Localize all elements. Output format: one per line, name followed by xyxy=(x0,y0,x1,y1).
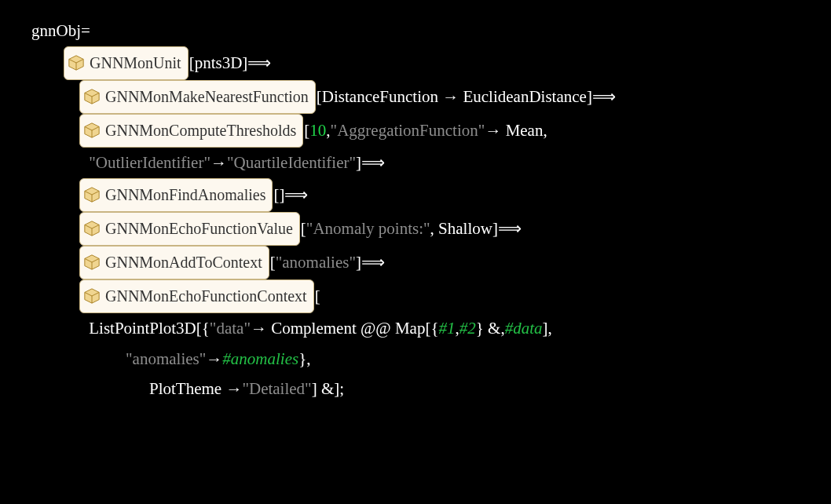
fn-label: GNNMonAddToContext xyxy=(105,248,262,277)
fn-tail: , Shallow]⟹ xyxy=(430,214,522,244)
bracket-open: [ xyxy=(315,281,320,312)
fn-args: []⟹ xyxy=(273,180,308,210)
fn-args: [pnts3D]⟹ xyxy=(189,48,272,79)
fn-box-unit[interactable]: GNNMonUnit xyxy=(64,46,189,80)
cube-icon xyxy=(83,287,101,305)
fn-box-makenearest[interactable]: GNNMonMakeNearestFunction xyxy=(79,80,316,114)
fn-label: GNNMonFindAnomalies xyxy=(105,181,265,210)
fn-call: ListPointPlot3D[{ xyxy=(89,313,210,344)
code-line-9: GNNMonEchoFunctionContext [ xyxy=(31,279,800,313)
fn-box-addtocontext[interactable]: GNNMonAddToContext xyxy=(79,246,269,279)
string-literal: "anomalies" xyxy=(276,247,356,278)
fn-label: GNNMonEchoFunctionValue xyxy=(105,214,293,243)
slot-ref: #data xyxy=(505,313,543,344)
code-line-1: gnnObj = xyxy=(31,16,800,46)
string-literal: "QuartileIdentifier" xyxy=(227,148,356,178)
fn-box-echovalue[interactable]: GNNMonEchoFunctionValue xyxy=(79,212,300,246)
number-literal: 10 xyxy=(309,115,326,146)
code-line-12: PlotTheme → "Detailed" ] &]; xyxy=(31,374,800,404)
fn-args: [DistanceFunction → EuclideanDistance]⟹ xyxy=(317,82,616,112)
string-literal: "AggregationFunction" xyxy=(331,115,485,146)
slot-ref: #2 xyxy=(459,313,476,344)
cube-icon xyxy=(83,186,101,203)
cube-icon xyxy=(83,122,101,139)
code-line-6: GNNMonFindAnomalies []⟹ xyxy=(31,178,800,212)
fn-label: GNNMonEchoFunctionContext xyxy=(105,282,307,311)
cube-icon xyxy=(83,88,101,105)
string-literal: "OutlierIdentifier" xyxy=(89,148,210,178)
code-line-4: GNNMonComputeThresholds [ 10 , "Aggregat… xyxy=(31,114,800,148)
cube-icon xyxy=(68,54,85,71)
string-literal: "data" xyxy=(210,313,251,344)
fn-label: GNNMonMakeNearestFunction xyxy=(105,82,309,111)
option-key: PlotTheme → xyxy=(149,374,242,404)
string-literal: "Detailed" xyxy=(242,374,311,404)
code-line-8: GNNMonAddToContext [ "anomalies" ]⟹ xyxy=(31,246,800,279)
arrow: → xyxy=(210,148,227,178)
bracket-open: [ xyxy=(304,115,309,146)
slot-ref: #anomalies xyxy=(222,344,298,374)
code-line-3: GNNMonMakeNearestFunction [DistanceFunct… xyxy=(31,80,800,114)
fn-box-findanomalies[interactable]: GNNMonFindAnomalies xyxy=(79,178,273,212)
string-literal: "anomalies" xyxy=(126,344,206,374)
cube-icon xyxy=(83,220,101,237)
cube-icon xyxy=(83,254,101,271)
close-brace: } &, xyxy=(476,313,505,344)
fn-box-echocontext[interactable]: GNNMonEchoFunctionContext xyxy=(79,279,314,313)
fn-tail: ]⟹ xyxy=(356,247,385,278)
fn-box-computethresholds[interactable]: GNNMonComputeThresholds xyxy=(79,114,303,148)
string-literal: "Anomaly points:" xyxy=(306,214,430,244)
code-line-11: "anomalies" → #anomalies }, xyxy=(31,344,800,374)
arrow-tail: → Mean, xyxy=(485,115,547,146)
code-block: gnnObj = GNNMonUnit [pnts3D]⟹ GNNMonMake… xyxy=(31,16,800,404)
bracket-close: ]⟹ xyxy=(356,148,385,178)
bracket-open: [ xyxy=(301,214,306,244)
fn-label: GNNMonComputeThresholds xyxy=(105,116,296,145)
code-line-2: GNNMonUnit [pnts3D]⟹ xyxy=(31,46,800,80)
close-brace: }, xyxy=(298,344,310,374)
code-line-10: ListPointPlot3D[{ "data" → Complement @@… xyxy=(31,313,800,344)
assign-op: = xyxy=(81,16,90,46)
slot-ref: #1 xyxy=(438,313,455,344)
close-bracket: ], xyxy=(542,313,551,344)
close-expr: ] &]; xyxy=(312,374,344,404)
code-line-7: GNNMonEchoFunctionValue [ "Anomaly point… xyxy=(31,212,800,246)
arrow-expr: → Complement @@ Map[{ xyxy=(251,313,438,344)
fn-label: GNNMonUnit xyxy=(90,49,181,78)
bracket-open: [ xyxy=(270,247,276,278)
arrow: → xyxy=(206,344,222,374)
code-line-5: "OutlierIdentifier" → "QuartileIdentifie… xyxy=(31,148,800,178)
variable-name: gnnObj xyxy=(31,16,81,46)
